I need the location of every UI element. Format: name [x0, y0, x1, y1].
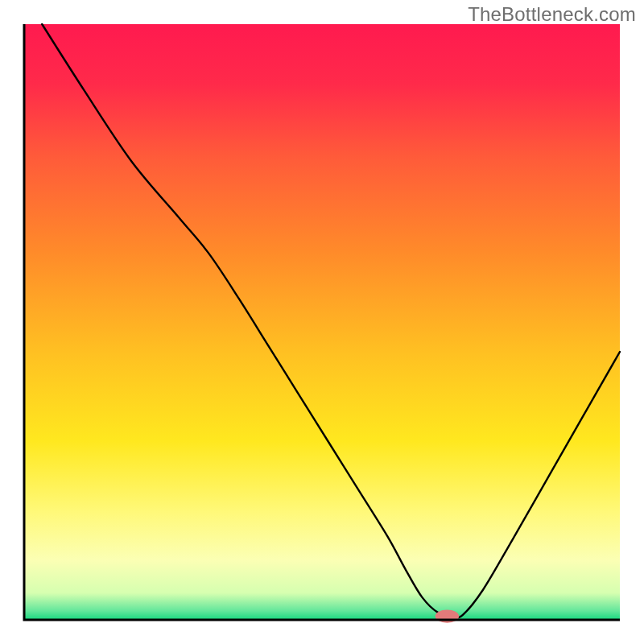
plot-svg: [0, 0, 644, 644]
gradient-background: [24, 24, 620, 620]
bottleneck-chart: TheBottleneck.com: [0, 0, 644, 644]
